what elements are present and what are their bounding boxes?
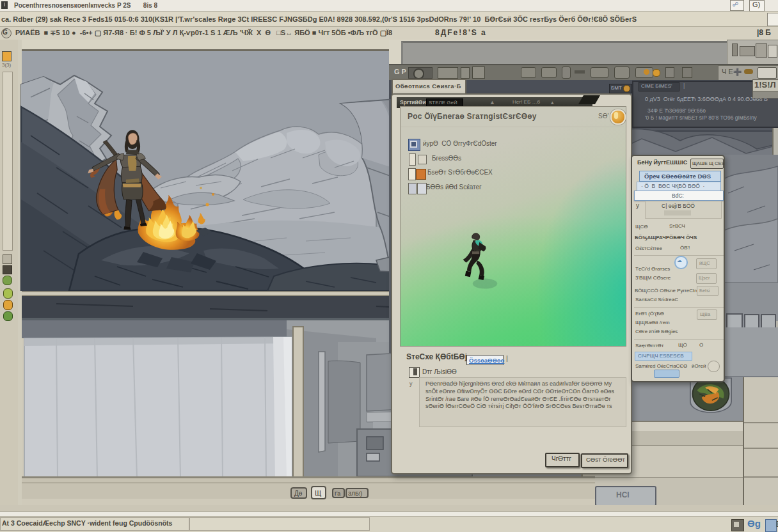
svg-text:Щ: Щ: [315, 489, 321, 497]
svg-text:Га: Га: [335, 490, 340, 497]
svg-text:3ЛБ!): 3ЛБ!): [348, 490, 362, 497]
svg-text:Дө: Дө: [294, 490, 303, 497]
